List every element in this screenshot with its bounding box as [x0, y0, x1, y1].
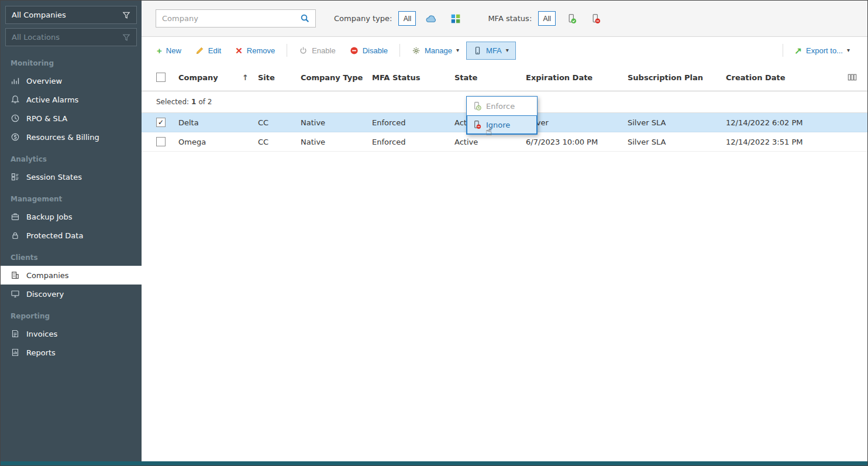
- cell-company: Delta: [178, 118, 258, 127]
- overview-icon: [11, 76, 20, 85]
- sidebar-item-active-alarms[interactable]: Active Alarms: [1, 90, 142, 109]
- mfa-button-label: MFA: [486, 46, 502, 55]
- funnel-icon: [122, 33, 130, 42]
- row-checkbox[interactable]: ✓: [156, 118, 166, 127]
- bottom-bar: [1, 461, 867, 465]
- sidebar-item-label: RPO & SLA: [26, 114, 67, 123]
- mfa-dropdown-menu: Enforce Ignore ☝: [466, 96, 538, 135]
- column-header-subscription-plan[interactable]: Subscription Plan: [628, 73, 726, 82]
- menu-item-ignore[interactable]: Ignore: [467, 115, 537, 134]
- discovery-icon: [11, 289, 20, 299]
- power-icon: [299, 46, 308, 55]
- chevron-down-icon: ▾: [456, 47, 459, 53]
- table-header: Company ↑ Site Company Type MFA Status S…: [142, 64, 867, 91]
- selected-count: 1: [191, 98, 196, 106]
- sidebar-item-label: Session States: [26, 173, 82, 181]
- billing-icon: [11, 132, 20, 142]
- sidebar-item-discovery[interactable]: Discovery: [1, 285, 142, 303]
- disable-button-label: Disable: [363, 46, 388, 55]
- filter-bar: Company type: All MFA status: All: [142, 1, 867, 37]
- sidebar: All Companies All Locations Monitoring O…: [1, 1, 142, 465]
- column-header-creation-date[interactable]: Creation Date: [726, 73, 842, 82]
- mfa-enabled-icon: [566, 13, 577, 24]
- column-header-site[interactable]: Site: [258, 73, 301, 82]
- mfa-disabled-icon: [590, 13, 601, 24]
- cell-subscription-plan: Silver SLA: [628, 118, 726, 127]
- company-type-cloud-filter-button[interactable]: [423, 11, 440, 26]
- selected-of-total: of 2: [198, 98, 212, 106]
- cell-subscription-plan: Silver SLA: [628, 138, 726, 146]
- company-type-mixed-filter-button[interactable]: [447, 11, 464, 26]
- menu-item-enforce-label: Enforce: [486, 102, 515, 111]
- sidebar-item-backup-jobs[interactable]: Backup Jobs: [1, 207, 142, 226]
- cell-company-type: Native: [301, 138, 372, 146]
- check-icon: ✓: [158, 119, 164, 126]
- mfa-button[interactable]: MFA ▾: [466, 42, 516, 60]
- menu-item-enforce[interactable]: Enforce: [467, 97, 537, 115]
- mfa-status-disabled-filter-button[interactable]: [587, 11, 604, 26]
- edit-button-label: Edit: [208, 46, 221, 55]
- column-header-expiration-date[interactable]: Expiration Date: [526, 73, 628, 82]
- mfa-enforce-icon: [472, 101, 481, 111]
- sidebar-nav: Monitoring Overview Active Alarms RPO & …: [1, 50, 142, 362]
- selected-label: Selected:: [156, 98, 189, 106]
- company-scope-filter[interactable]: All Companies: [5, 6, 137, 24]
- sidebar-item-label: Backup Jobs: [26, 213, 73, 221]
- manage-button-label: Manage: [425, 46, 452, 55]
- sidebar-item-protected-data[interactable]: Protected Data: [1, 226, 142, 245]
- search-icon[interactable]: [294, 13, 315, 23]
- sidebar-item-invoices[interactable]: Invoices: [1, 324, 142, 343]
- search-input[interactable]: [156, 14, 294, 23]
- cell-expiration-date: Never: [526, 118, 628, 127]
- phone-icon: [473, 46, 482, 55]
- sidebar-item-rpo-sla[interactable]: RPO & SLA: [1, 109, 142, 128]
- sidebar-item-label: Resources & Billing: [26, 133, 99, 142]
- sidebar-item-companies[interactable]: Companies: [1, 266, 142, 285]
- column-header-state[interactable]: State: [454, 73, 526, 82]
- sidebar-item-label: Overview: [26, 77, 62, 85]
- sidebar-item-label: Active Alarms: [26, 95, 78, 104]
- export-button[interactable]: ↗ Export to... ▾: [788, 42, 857, 60]
- sidebar-item-resources-billing[interactable]: Resources & Billing: [1, 128, 142, 146]
- sidebar-item-overview[interactable]: Overview: [1, 71, 142, 90]
- sidebar-item-label: Protected Data: [26, 231, 83, 240]
- enable-button[interactable]: Enable: [292, 42, 342, 60]
- edit-button[interactable]: Edit: [188, 42, 228, 60]
- company-types-icon: [450, 13, 461, 24]
- row-checkbox[interactable]: [156, 137, 166, 146]
- company-type-all-button[interactable]: All: [398, 11, 416, 26]
- select-all-checkbox[interactable]: [156, 73, 166, 82]
- remove-button[interactable]: ✕ Remove: [228, 42, 282, 60]
- sidebar-item-label: Companies: [26, 271, 69, 280]
- disable-button[interactable]: Disable: [343, 42, 395, 60]
- clock-icon: [11, 114, 20, 123]
- new-button[interactable]: + New: [150, 42, 188, 60]
- sidebar-item-session-states[interactable]: Session States: [1, 167, 142, 186]
- new-button-label: New: [166, 46, 181, 55]
- mfa-status-enabled-filter-button[interactable]: [563, 11, 580, 26]
- table-row[interactable]: Omega CC Native Enforced Active 6/7/2023…: [142, 132, 867, 152]
- toolbar-separator: [287, 44, 287, 57]
- bell-icon: [11, 95, 20, 104]
- mfa-status-all-button[interactable]: All: [538, 11, 556, 26]
- sidebar-item-reports[interactable]: Reports: [1, 343, 142, 362]
- invoices-icon: [11, 329, 20, 338]
- cell-site: CC: [258, 138, 301, 146]
- export-arrow-icon: ↗: [795, 46, 802, 55]
- plus-icon: +: [157, 46, 162, 55]
- toolbar: + New Edit ✕ Remove Enable Disable: [142, 37, 867, 64]
- sidebar-section-reporting: Reporting: [1, 303, 142, 324]
- manage-button[interactable]: Manage ▾: [405, 42, 466, 60]
- column-header-mfa-status[interactable]: MFA Status: [372, 73, 454, 82]
- column-header-company-type[interactable]: Company Type: [301, 73, 372, 82]
- cell-mfa-status: Enforced: [372, 138, 454, 146]
- cell-site: CC: [258, 118, 301, 127]
- location-scope-filter[interactable]: All Locations: [5, 28, 137, 46]
- cell-state: Active: [454, 138, 526, 146]
- column-chooser-icon[interactable]: [848, 73, 867, 82]
- enable-button-label: Enable: [312, 46, 335, 55]
- chevron-down-icon: ▾: [506, 47, 509, 53]
- column-header-company[interactable]: Company ↑: [178, 73, 258, 82]
- pencil-icon: [195, 46, 204, 55]
- reports-icon: [11, 348, 20, 357]
